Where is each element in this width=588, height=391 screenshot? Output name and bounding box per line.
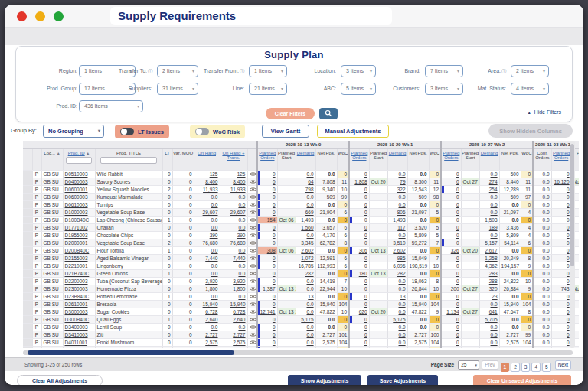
planned-orders-link[interactable]: 0 [441,338,461,346]
prod-id-link[interactable]: D3000003 [63,308,95,315]
planned-orders-link[interactable]: 0 [441,239,461,246]
eye-toggle-button[interactable] [247,346,257,348]
eye-toggle-button[interactable] [247,315,257,323]
prod-id-link[interactable]: D0400003 [63,178,95,185]
demand-link[interactable]: 0.0 [387,200,407,208]
planned-orders-link[interactable]: 0 [257,223,277,231]
prod-id-link[interactable]: D2155003 [63,254,95,262]
demand-link[interactable]: 13 [296,292,315,300]
demand-link[interactable]: 0.0 [387,308,407,315]
planned-orders-link[interactable]: 0 [257,331,277,338]
planned-orders-link[interactable]: 0 [441,315,461,323]
on-hand-trans-link[interactable]: 11,933 [220,185,247,193]
column-header-planned-orders[interactable]: Planned Orders [257,148,277,170]
eye-toggle-button[interactable] [247,300,257,308]
planned-orders-link[interactable]: 0 [551,269,571,277]
column-header-planned-orders[interactable]: Planned Orders [441,148,461,170]
demand-link[interactable]: 288 [479,277,499,285]
demand-link[interactable]: 0.0 [296,323,315,331]
planned-orders-link[interactable]: 1,387 [257,285,277,292]
planned-orders-link[interactable]: 743 [551,285,571,292]
prod-id-link[interactable]: D1000003 [63,208,95,216]
demand-link[interactable]: 0.0 [479,193,499,200]
planned-orders-link[interactable]: 0 [349,231,369,239]
demand-link[interactable]: 117 [387,223,407,231]
planned-orders-link[interactable]: 0 [257,231,277,239]
planned-orders-link[interactable]: 0 [257,254,277,262]
on-hand-link[interactable]: 3,920 [194,277,220,285]
planned-orders-link[interactable]: 0 [349,254,369,262]
planned-orders-link[interactable]: 0 [257,200,277,208]
planned-orders-link[interactable]: 0 [441,254,461,262]
column-header-prod-id[interactable]: Prod. ID ▲ [63,148,95,170]
demand-link[interactable]: 1,942 [479,346,499,348]
on-hand-link[interactable]: 0.0 [194,346,220,348]
prod-id-link[interactable]: D4700003 [63,346,95,348]
planned-orders-link[interactable]: 0 [551,346,571,348]
demand-link[interactable]: 0.0 [296,193,315,200]
demand-link[interactable]: 16,785 [296,262,315,269]
demand-link[interactable]: 23 [479,292,499,300]
on-hand-link[interactable]: 1,800 [194,285,220,292]
demand-link[interactable]: 274 [479,178,499,185]
demand-link[interactable]: 282 [296,269,315,277]
demand-link[interactable]: 0.0 [479,200,499,208]
planned-orders-link[interactable]: 0 [441,178,461,185]
demand-link[interactable]: 1,560 [296,223,315,231]
planned-orders-link[interactable]: 0 [551,200,571,208]
on-hand-link[interactable]: 125 [194,170,220,178]
page-size-select[interactable]: 25 ▾ [458,360,479,370]
on-hand-link[interactable]: 76,680 [194,239,220,246]
planned-orders-link[interactable]: 0 [349,292,369,300]
planned-orders-link[interactable]: 180 [349,269,369,277]
planned-orders-link[interactable]: 0 [551,216,571,223]
prod-id-link[interactable]: D0600001 [63,185,95,193]
eye-toggle-button[interactable] [247,331,257,338]
planned-orders-link[interactable]: 0 [349,338,369,346]
demand-link[interactable]: 0.0 [296,346,315,348]
prod-id-link[interactable]: D200B40C [63,246,95,254]
column-header-demand[interactable]: Demand [479,148,499,170]
prod-id-link[interactable]: D2200003 [63,277,95,285]
demand-link[interactable]: 0.0 [479,338,499,346]
planned-orders-link[interactable]: 0 [349,285,369,292]
demand-link[interactable]: 0.0 [479,323,499,331]
on-hand-link[interactable]: 0.0 [194,323,220,331]
demand-link[interactable]: 5,175 [296,315,315,323]
planned-orders-link[interactable]: 0 [349,300,369,308]
on-hand-trans-link[interactable]: 3,920 [220,277,247,285]
minimize-window-button[interactable] [35,11,45,21]
demand-link[interactable]: 985 [387,254,407,262]
demand-link[interactable]: 0.0 [479,300,499,308]
planned-orders-link[interactable]: 0 [551,239,571,246]
planned-orders-link[interactable]: 0 [551,262,571,269]
eye-toggle-button[interactable] [247,308,257,315]
planned-orders-link[interactable]: 0 [441,331,461,338]
on-hand-link[interactable]: 2,727 [194,331,220,338]
filter-select[interactable]: 4 Items▾ [511,83,549,95]
planned-orders-link[interactable]: 0 [551,185,571,193]
planned-orders-link[interactable]: 0 [349,323,369,331]
planned-orders-link[interactable]: 0 [551,315,571,323]
demand-link[interactable]: 13 [387,292,407,300]
demand-link[interactable]: 3,510 [387,239,407,246]
on-hand-trans-link[interactable]: 15,940 [220,300,247,308]
planned-orders-link[interactable]: 0 [551,277,571,285]
on-hand-link[interactable]: 2,640 [194,315,220,323]
planned-orders-link[interactable]: 0 [349,346,369,348]
on-hand-link[interactable]: 7,440 [194,254,220,262]
on-hand-link[interactable]: 390 [194,231,220,239]
planned-orders-link[interactable]: 0 [349,200,369,208]
close-window-button[interactable] [17,11,27,21]
demand-link[interactable]: 5,705 [479,315,499,323]
on-hand-trans-link[interactable]: 1,800 [220,285,247,292]
demand-link[interactable]: 641 [479,308,499,315]
planned-orders-link[interactable]: 1,808 [349,178,369,185]
planned-orders-link[interactable]: 12,741 [257,308,277,315]
planned-orders-link[interactable]: 0 [441,223,461,231]
demand-link[interactable]: 0.0 [296,170,315,178]
planned-orders-link[interactable]: 0 [257,277,277,285]
page-button-4[interactable]: 4 [531,363,541,372]
demand-link[interactable]: 5,157 [479,239,499,246]
demand-link[interactable]: 0.0 [387,346,407,348]
